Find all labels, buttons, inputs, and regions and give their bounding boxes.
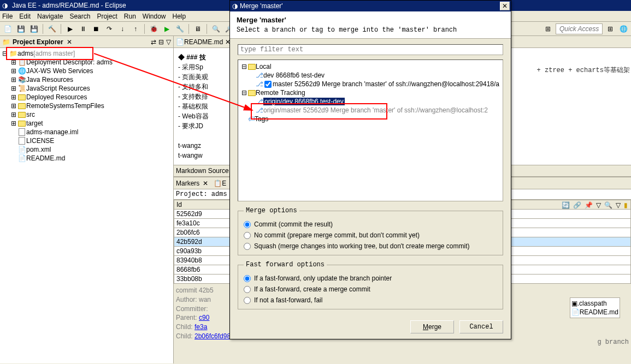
history-view-toolbar: 🔄 🔗 📌 ▽ 🔍 ▽ ▮ (562, 201, 628, 209)
child-link-1[interactable]: fe3a (194, 323, 207, 331)
menu-help[interactable]: Help (173, 13, 186, 20)
menu-window[interactable]: Window (143, 13, 166, 20)
expand-icon[interactable]: ⊟ (240, 63, 248, 70)
merge-options-legend: Merge options (244, 207, 299, 214)
open-perspective-button[interactable]: ⊞ (605, 23, 616, 34)
step-over-icon[interactable]: ↷ (104, 23, 115, 34)
branch-tag-text: g branch (597, 338, 629, 346)
external-tools-button[interactable]: 🔧 (174, 23, 185, 34)
close-button[interactable]: ✕ (500, 2, 510, 10)
view-menu-icon[interactable]: ▽ (166, 38, 171, 46)
filter-input[interactable] (238, 44, 503, 55)
outline-file-list[interactable]: ▣ .classpath 📄 README.md (570, 297, 620, 318)
squash-radio[interactable] (244, 243, 251, 250)
history-tab-icon[interactable]: 📋 (214, 180, 222, 187)
toolbar-separator (144, 24, 145, 34)
annotation-highlight-project (6, 47, 93, 60)
link-icon[interactable]: 🔗 (573, 201, 581, 209)
ff-options-legend: Fast forward options (244, 261, 327, 268)
merge-options-group: Merge options Commit (commit the result)… (238, 207, 503, 255)
debug-resume-icon[interactable]: ▶ (64, 23, 75, 34)
markdown-icon: 📄 (176, 38, 184, 46)
close-icon[interactable]: ✕ (67, 38, 72, 46)
save-all-button[interactable]: 💾 (28, 23, 39, 34)
column-icon[interactable]: ▮ (624, 201, 628, 209)
list-item[interactable]: 📄 README.md (571, 308, 618, 317)
history-tab[interactable]: E (222, 180, 226, 187)
tree-item[interactable]: ⊞📜JavaScript Resources (1, 84, 172, 93)
menu-run[interactable]: Run (124, 13, 136, 20)
tree-item[interactable]: ⊞target (1, 119, 172, 128)
ff-only-radio[interactable] (244, 275, 251, 282)
debug-button[interactable]: 🐞 (148, 23, 159, 34)
menu-file[interactable]: File (2, 13, 13, 20)
quick-access-input[interactable] (556, 23, 603, 34)
new-button[interactable]: 📄 (2, 23, 13, 34)
tree-item[interactable]: ⊞📚Java Resources (1, 75, 172, 84)
javaee-perspective-icon[interactable]: 🌐 (618, 23, 629, 34)
ff-merge-radio[interactable] (244, 286, 251, 293)
debug-pause-icon[interactable]: ⏸ (78, 23, 89, 34)
menu-search[interactable]: Search (69, 13, 90, 20)
debug-stop-icon[interactable]: ⏹ (91, 23, 102, 34)
perspective-icon[interactable]: ⊞ (542, 23, 553, 34)
tree-item[interactable]: 📄README.md (1, 154, 172, 163)
tree-item[interactable]: LICENSE (1, 136, 172, 145)
expand-icon[interactable]: ⊟ (240, 89, 248, 97)
merge-button[interactable]: Merge (410, 320, 454, 333)
tree-item[interactable]: 📄pom.xml (1, 145, 172, 154)
run-button[interactable]: ▶ (161, 23, 172, 34)
markdown-source-tab[interactable]: Markdown Source (176, 167, 229, 175)
filter-icon[interactable]: ▽ (596, 201, 601, 209)
no-commit-radio[interactable] (244, 232, 251, 239)
step-into-icon[interactable]: ↓ (117, 23, 128, 34)
cancel-button[interactable]: Cancel (459, 320, 503, 333)
dialog-titlebar: ◑ Merge 'master' ✕ (230, 1, 511, 11)
link-editor-icon[interactable]: ⇄ (151, 38, 156, 46)
branch-item[interactable]: master 52562d9 Merge branch 'master' of … (273, 80, 499, 88)
tree-item[interactable]: adms-manage.iml (1, 128, 172, 136)
menu-edit[interactable]: Edit (19, 13, 31, 20)
save-button[interactable]: 💾 (15, 23, 26, 34)
current-branch-checkbox[interactable] (264, 81, 272, 88)
toolbar-separator (207, 24, 207, 34)
editor-side-text: + ztree + echarts等基础架 (537, 65, 630, 75)
refresh-icon[interactable]: 🔄 (562, 201, 570, 209)
open-type-button[interactable]: 🔍 (210, 23, 221, 34)
folder-icon (248, 90, 256, 96)
menu-project[interactable]: Project (97, 13, 117, 20)
parent-link[interactable]: c90 (199, 314, 209, 321)
eclipse-icon: ◑ (232, 2, 238, 10)
explorer-title: Project Explorer (13, 38, 63, 46)
window-title: Java EE - adms/README.md - Eclipse (12, 2, 126, 9)
markers-tab[interactable]: Markers (176, 180, 199, 187)
ff-options-group: Fast forward options If a fast-forward, … (238, 261, 503, 309)
menu-navigate[interactable]: Navigate (37, 13, 63, 20)
tree-item[interactable]: ⊞Deployed Resources (1, 93, 172, 102)
view-menu-icon[interactable]: ▽ (616, 201, 621, 209)
ff-fail-radio[interactable] (244, 297, 251, 304)
tree-item[interactable]: ⊞RemoteSystemsTempFiles (1, 102, 172, 110)
dialog-header: Merge 'master' Select a branch or tag to… (230, 11, 511, 39)
toolbar-separator (43, 24, 43, 34)
collapse-all-icon[interactable]: ⊟ (158, 38, 164, 46)
local-branches-node[interactable]: Local (256, 63, 272, 70)
branch-item[interactable]: dev 8668fb6 test-dev (263, 71, 325, 79)
toolbar-separator (188, 24, 189, 34)
build-button[interactable]: 🔨 (46, 23, 57, 34)
folder-icon: 📁 (2, 38, 10, 46)
remote-tracking-node[interactable]: Remote Tracking (256, 89, 305, 97)
list-item[interactable]: ▣ .classpath (571, 299, 618, 308)
commit-radio[interactable] (244, 221, 251, 228)
branch-icon: ⎇ (256, 80, 263, 88)
editor-tab[interactable]: README.md (184, 38, 223, 46)
search-icon[interactable]: 🔍 (604, 201, 612, 209)
step-out-icon[interactable]: ↑ (130, 23, 141, 34)
tree-item[interactable]: ⊞🌐JAX-WS Web Services (1, 67, 172, 75)
explorer-tree[interactable]: ⊟📁adms [adms master]⊞📋Deployment Descrip… (0, 48, 173, 363)
tree-item[interactable]: ⊞src (1, 110, 172, 119)
pin-icon[interactable]: 📌 (585, 201, 593, 209)
explorer-tab[interactable]: 📁 Project Explorer ✕ ⇄ ⊟ ▽ (0, 36, 173, 48)
branch-tree[interactable]: ⊟ Local ⎇ dev 8668fb6 test-dev ⎇ master … (238, 59, 503, 201)
new-server-button[interactable]: 🖥 (192, 23, 203, 34)
